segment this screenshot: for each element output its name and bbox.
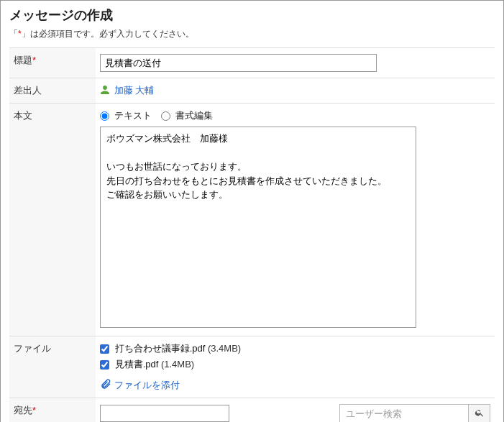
label-file: ファイル: [9, 336, 96, 398]
required-suffix: 」は必須項目です。必ず入力してください。: [22, 29, 194, 39]
page-title: メッセージの作成: [9, 6, 495, 24]
label-subject-text: 標題: [14, 55, 32, 65]
search-button[interactable]: [469, 404, 490, 422]
body-textarea[interactable]: [100, 127, 416, 328]
label-body-text: 本文: [14, 110, 32, 121]
radio-format-text: 書式編集: [175, 110, 213, 121]
user-search-input[interactable]: [339, 404, 469, 422]
required-note: 「*」は必須項目です。必ず入力してください。: [9, 28, 495, 40]
dest-required-mark: *: [32, 405, 36, 416]
file-size-1: (1.4MB): [161, 359, 194, 370]
radio-text-label[interactable]: テキスト: [100, 110, 154, 121]
label-sender-text: 差出人: [14, 85, 42, 96]
radio-format[interactable]: [161, 111, 170, 121]
file-item: 見積書.pdf (1.4MB): [100, 358, 490, 371]
label-sender: 差出人: [9, 78, 96, 104]
subject-required-mark: *: [32, 55, 36, 65]
file-name-1: 見積書.pdf: [115, 359, 159, 370]
attach-file-link[interactable]: ファイルを添付: [100, 378, 180, 392]
sender-link[interactable]: 加藤 大輔: [114, 85, 155, 96]
subject-input[interactable]: [100, 54, 377, 72]
label-dest-text: 宛先: [14, 405, 32, 416]
required-prefix: 「: [9, 29, 18, 39]
radio-text[interactable]: [100, 111, 109, 121]
file-name-0: 打ち合わせ議事録.pdf: [115, 343, 206, 354]
dest-input[interactable]: [100, 405, 229, 422]
person-icon: [100, 85, 110, 97]
file-item: 打ち合わせ議事録.pdf (3.4MB): [100, 342, 490, 355]
paperclip-icon: [100, 378, 111, 392]
file-size-0: (3.4MB): [208, 343, 241, 354]
search-icon: [475, 408, 485, 420]
file-checkbox-0[interactable]: [100, 344, 109, 354]
label-dest: 宛先*: [9, 398, 96, 423]
label-file-text: ファイル: [14, 343, 51, 354]
file-checkbox-1[interactable]: [100, 360, 109, 370]
radio-format-label[interactable]: 書式編集: [161, 110, 213, 121]
label-body: 本文: [9, 104, 96, 336]
label-subject: 標題*: [9, 48, 96, 78]
radio-text-text: テキスト: [114, 110, 152, 121]
attach-label-text: ファイルを添付: [114, 379, 180, 392]
